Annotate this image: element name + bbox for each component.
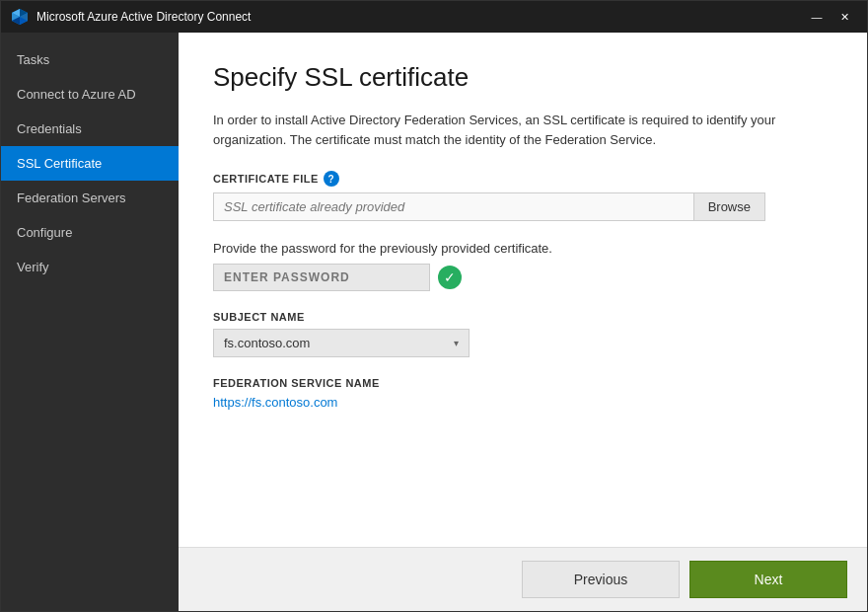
- title-bar: Microsoft Azure Active Directory Connect…: [1, 1, 867, 33]
- sidebar: Tasks Connect to Azure AD Credentials SS…: [1, 33, 179, 611]
- password-section: Provide the password for the previously …: [213, 241, 832, 291]
- app-icon: [11, 8, 29, 26]
- password-check-icon: ✓: [438, 266, 462, 289]
- sidebar-item-verify[interactable]: Verify: [1, 250, 179, 284]
- next-button[interactable]: Next: [689, 561, 847, 598]
- subject-name-label: SUBJECT NAME: [213, 311, 832, 323]
- close-button[interactable]: ✕: [832, 7, 857, 27]
- page-title: Specify SSL certificate: [213, 62, 832, 93]
- subject-name-value: fs.contoso.com: [224, 336, 310, 350]
- browse-button[interactable]: Browse: [693, 192, 765, 221]
- main-window: Microsoft Azure Active Directory Connect…: [0, 0, 868, 612]
- sidebar-item-credentials[interactable]: Credentials: [1, 112, 179, 146]
- content-body: Specify SSL certificate In order to inst…: [179, 33, 867, 547]
- federation-service-value: https://fs.contoso.com: [213, 395, 832, 410]
- window-title: Microsoft Azure Active Directory Connect: [36, 10, 804, 24]
- chevron-down-icon: ▾: [454, 338, 459, 348]
- description-text: In order to install Active Directory Fed…: [213, 111, 785, 149]
- sidebar-item-ssl-certificate[interactable]: SSL Certificate: [1, 146, 179, 181]
- certificate-file-row: Browse: [213, 192, 765, 221]
- content-area: Specify SSL certificate In order to inst…: [179, 33, 867, 611]
- certificate-file-label: CERTIFICATE FILE ?: [213, 171, 832, 187]
- password-row: ✓: [213, 264, 832, 291]
- password-input[interactable]: [213, 264, 430, 291]
- password-hint: Provide the password for the previously …: [213, 241, 832, 256]
- subject-name-dropdown[interactable]: fs.contoso.com ▾: [213, 329, 470, 357]
- subject-name-section: SUBJECT NAME fs.contoso.com ▾: [213, 311, 832, 357]
- sidebar-item-tasks[interactable]: Tasks: [1, 42, 179, 77]
- federation-service-name-section: FEDERATION SERVICE NAME https://fs.conto…: [213, 377, 832, 410]
- certificate-file-input[interactable]: [213, 192, 693, 221]
- main-content: Tasks Connect to Azure AD Credentials SS…: [1, 33, 867, 611]
- previous-button[interactable]: Previous: [522, 561, 680, 598]
- federation-service-name-label: FEDERATION SERVICE NAME: [213, 377, 832, 389]
- sidebar-item-configure[interactable]: Configure: [1, 215, 179, 250]
- window-controls: — ✕: [804, 7, 857, 27]
- certificate-file-section: CERTIFICATE FILE ? Browse: [213, 171, 832, 221]
- sidebar-item-federation-servers[interactable]: Federation Servers: [1, 181, 179, 215]
- sidebar-item-connect-azure[interactable]: Connect to Azure AD: [1, 77, 179, 112]
- footer: Previous Next: [179, 547, 867, 611]
- minimize-button[interactable]: —: [804, 7, 830, 27]
- certificate-file-help-icon[interactable]: ?: [324, 171, 339, 187]
